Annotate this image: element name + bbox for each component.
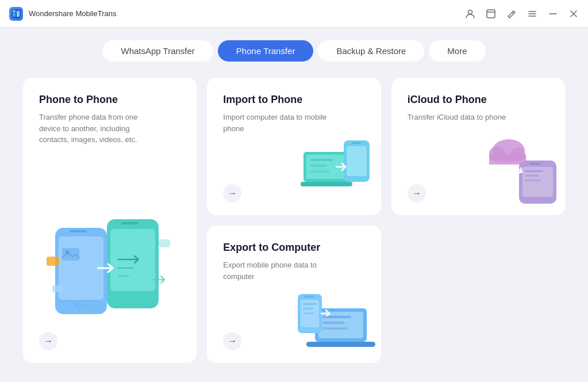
- main-content: WhatsApp Transfer Phone Transfer Backup …: [0, 28, 588, 382]
- card-icloud-arrow[interactable]: →: [408, 184, 426, 203]
- edit-icon[interactable]: [506, 9, 517, 19]
- svg-rect-25: [310, 170, 330, 173]
- card-import-arrow[interactable]: →: [223, 184, 241, 203]
- svg-rect-21: [347, 146, 367, 176]
- svg-rect-8: [70, 230, 87, 232]
- export-illustration: [295, 282, 375, 352]
- cards-grid: Phone to Phone Transfer phone data from …: [23, 78, 565, 363]
- svg-rect-47: [303, 308, 313, 310]
- card-icloud-desc: Transfer iCloud data to phone: [408, 112, 511, 123]
- card-export-desc: Export mobile phone data to computer: [223, 259, 326, 282]
- phone-to-phone-illustration: [44, 205, 176, 326]
- menu-icon[interactable]: [527, 9, 537, 19]
- card-phone-to-phone-arrow[interactable]: →: [39, 332, 57, 350]
- card-phone-to-phone-title: Phone to Phone: [39, 94, 180, 106]
- close-button[interactable]: [568, 9, 579, 19]
- svg-rect-22: [352, 142, 361, 144]
- svg-rect-43: [322, 316, 351, 318]
- svg-rect-48: [303, 312, 314, 314]
- user-icon[interactable]: [465, 9, 475, 19]
- card-import-title: Import to Phone: [223, 94, 364, 106]
- titlebar-left: Wondershare MobileTrans: [9, 7, 116, 21]
- tab-whatsapp[interactable]: WhatsApp Transfer: [102, 40, 213, 62]
- tab-backup[interactable]: Backup & Restore: [318, 40, 424, 62]
- card-icloud-to-phone[interactable]: iCloud to Phone Transfer iCloud data to …: [391, 78, 565, 215]
- svg-rect-33: [489, 154, 526, 159]
- app-title: Wondershare MobileTrans: [29, 9, 116, 18]
- card-export-arrow[interactable]: →: [223, 332, 241, 350]
- app-icon: [9, 7, 23, 21]
- titlebar: Wondershare MobileTrans: [0, 0, 588, 28]
- svg-rect-3: [13, 10, 16, 12]
- svg-rect-38: [318, 312, 363, 338]
- minimize-button[interactable]: [548, 9, 558, 19]
- svg-rect-15: [62, 248, 79, 261]
- svg-rect-14: [52, 285, 63, 292]
- card-export-title: Export to Computer: [223, 242, 364, 254]
- window-controls: [465, 9, 579, 19]
- svg-rect-7: [59, 236, 103, 300]
- card-import-to-phone[interactable]: Import to Phone Import computer data to …: [207, 78, 381, 215]
- svg-rect-23: [310, 159, 333, 161]
- svg-rect-35: [525, 175, 539, 177]
- icloud-illustration: [485, 135, 559, 204]
- import-illustration: [301, 135, 375, 198]
- svg-rect-36: [525, 179, 541, 181]
- svg-rect-19: [301, 182, 352, 186]
- svg-rect-34: [525, 170, 543, 172]
- svg-rect-5: [487, 10, 495, 18]
- svg-rect-44: [322, 322, 344, 324]
- svg-rect-13: [159, 239, 170, 247]
- svg-rect-42: [305, 296, 314, 297]
- svg-rect-46: [303, 303, 317, 305]
- svg-rect-1: [13, 13, 16, 17]
- svg-rect-11: [121, 222, 139, 224]
- tab-phone[interactable]: Phone Transfer: [218, 40, 314, 62]
- tab-more[interactable]: More: [429, 40, 485, 62]
- nav-tabs: WhatsApp Transfer Phone Transfer Backup …: [23, 28, 565, 78]
- card-icloud-title: iCloud to Phone: [408, 94, 549, 106]
- card-phone-to-phone-desc: Transfer phone data from one device to a…: [39, 112, 143, 146]
- window-icon[interactable]: [486, 9, 496, 19]
- svg-rect-12: [47, 257, 59, 266]
- svg-point-4: [468, 10, 472, 14]
- svg-rect-24: [310, 165, 327, 167]
- svg-rect-39: [306, 342, 375, 347]
- card-import-desc: Import computer data to mobile phone: [223, 112, 326, 134]
- card-export-to-computer[interactable]: Export to Computer Export mobile phone d…: [207, 226, 381, 363]
- svg-rect-28: [529, 163, 541, 165]
- card-phone-to-phone[interactable]: Phone to Phone Transfer phone data from …: [23, 78, 197, 363]
- svg-rect-45: [322, 327, 348, 330]
- svg-rect-2: [17, 11, 20, 17]
